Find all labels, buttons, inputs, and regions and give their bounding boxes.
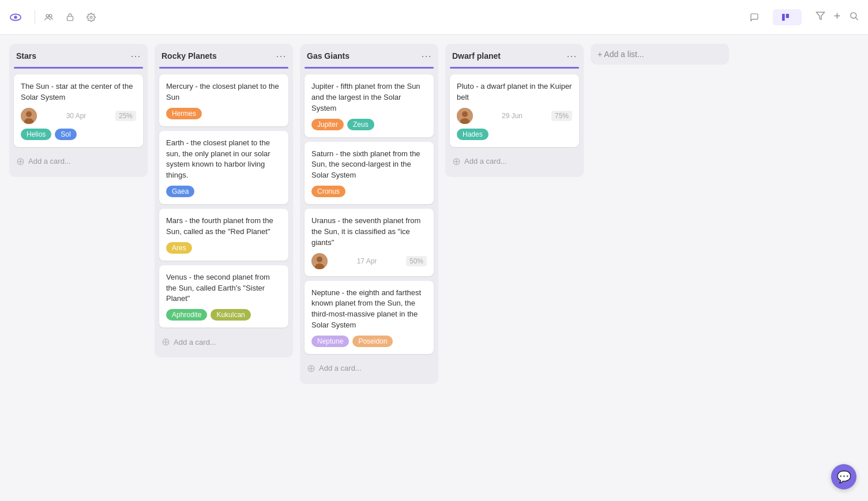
settings-info[interactable] <box>87 13 96 22</box>
chat-icon <box>750 13 759 22</box>
avatar <box>311 253 328 269</box>
card-text-pluto: Pluto - a dwarf planet in the Kuiper bel… <box>457 81 572 103</box>
card-date-uranus: 17 Apr <box>332 257 401 265</box>
add-card-icon: ⊕ <box>161 336 170 348</box>
tag-helios[interactable]: Helios <box>21 129 51 140</box>
card-footer-pluto: 29 Jun75% <box>457 108 572 124</box>
add-card-label: Add a card... <box>319 364 362 372</box>
add-card-icon: ⊕ <box>307 362 315 375</box>
add-card-btn-gas-giants[interactable]: ⊕Add a card... <box>305 359 434 378</box>
card-tags-venus: AphroditeKukulcan <box>166 309 281 321</box>
column-menu-gas-giants[interactable]: ⋯ <box>421 51 431 61</box>
app-logo-icon <box>9 11 22 24</box>
chat-widget[interactable]: 💬 <box>831 464 856 489</box>
tag-aphrodite[interactable]: Aphrodite <box>166 309 207 321</box>
column-header-gas-giants: Gas Giants⋯ <box>305 50 434 62</box>
app-title[interactable] <box>9 11 25 24</box>
card-text-sun: The Sun - star at the center of the Sola… <box>21 81 136 103</box>
members-info[interactable] <box>44 13 57 22</box>
add-icon[interactable] <box>832 11 842 23</box>
column-title-dwarf-planet: Dwarf planet <box>452 51 501 61</box>
card-tags-jupiter: JupiterZeus <box>311 119 427 130</box>
svg-point-5 <box>90 16 92 18</box>
tag-kukulcan[interactable]: Kukulcan <box>211 309 250 321</box>
column-menu-rocky-planets[interactable]: ⋯ <box>276 51 286 61</box>
add-card-icon: ⊕ <box>16 155 25 168</box>
tag-hades[interactable]: Hades <box>457 129 489 140</box>
column-stars: Stars⋯The Sun - star at the center of th… <box>9 44 148 177</box>
column-header-dwarf-planet: Dwarf planet⋯ <box>450 50 579 62</box>
card-pluto[interactable]: Pluto - a dwarf planet in the Kuiper bel… <box>450 74 579 147</box>
avatar-face <box>311 253 328 269</box>
tag-jupiter[interactable]: Jupiter <box>311 119 344 130</box>
column-bar-stars <box>14 67 143 69</box>
filter-icon[interactable] <box>816 11 825 23</box>
svg-point-17 <box>317 257 322 262</box>
avatar <box>21 108 37 124</box>
column-bar-dwarf-planet <box>450 67 579 69</box>
card-saturn[interactable]: Saturn - the sixth planet from the Sun, … <box>305 142 434 205</box>
column-bar-gas-giants <box>305 67 434 69</box>
tag-cronus[interactable]: Cronus <box>311 186 345 197</box>
column-menu-dwarf-planet[interactable]: ⋯ <box>566 51 577 61</box>
add-list-label: + Add a list... <box>598 50 644 59</box>
card-progress-pluto: 75% <box>551 111 572 121</box>
svg-line-12 <box>856 18 858 20</box>
svg-rect-7 <box>786 14 789 18</box>
members-icon <box>44 13 54 22</box>
column-bar-rocky-planets <box>159 67 288 69</box>
card-progress-uranus: 50% <box>406 256 427 266</box>
svg-rect-6 <box>782 14 785 21</box>
tag-zeus[interactable]: Zeus <box>347 119 374 130</box>
column-dwarf-planet: Dwarf planet⋯Pluto - a dwarf planet in t… <box>445 44 584 177</box>
svg-point-14 <box>26 111 32 117</box>
card-footer-sun: 30 Apr25% <box>21 108 136 124</box>
column-menu-stars[interactable]: ⋯ <box>130 51 141 61</box>
tag-poseidon[interactable]: Poseidon <box>352 336 393 347</box>
lock-icon <box>66 13 74 21</box>
svg-point-2 <box>46 14 49 17</box>
add-card-btn-dwarf-planet[interactable]: ⊕Add a card... <box>450 152 579 171</box>
card-mars[interactable]: Mars - the fourth planet from the Sun, c… <box>159 209 288 261</box>
svg-marker-8 <box>816 12 824 20</box>
tag-sol[interactable]: Sol <box>55 129 76 140</box>
card-earth[interactable]: Earth - the closest planet to the sun, t… <box>159 131 288 204</box>
card-footer-uranus: 17 Apr50% <box>311 253 427 269</box>
header-meta <box>44 13 96 22</box>
card-tags-earth: Gaea <box>166 186 281 197</box>
card-neptune[interactable]: Neptune - the eighth and farthest known … <box>305 281 434 354</box>
card-venus[interactable]: Venus - the second planet from the Sun, … <box>159 265 288 328</box>
svg-point-3 <box>49 14 52 17</box>
card-uranus[interactable]: Uranus - the seventh planet from the Sun… <box>305 209 434 276</box>
svg-point-20 <box>462 111 468 117</box>
tab-chat[interactable] <box>742 9 771 25</box>
card-tags-neptune: NeptunePoseidon <box>311 336 427 347</box>
svg-point-1 <box>14 16 17 19</box>
privacy-info[interactable] <box>66 13 77 21</box>
add-card-btn-rocky-planets[interactable]: ⊕Add a card... <box>159 332 288 352</box>
tag-ares[interactable]: Ares <box>166 242 192 254</box>
tag-gaea[interactable]: Gaea <box>166 186 194 197</box>
add-card-icon: ⊕ <box>452 155 461 168</box>
card-text-mercury: Mercury - the closest planet to the Sun <box>166 81 281 103</box>
column-title-rocky-planets: Rocky Planets <box>161 51 217 61</box>
tag-hermes[interactable]: Hermes <box>166 108 202 119</box>
avatar-face <box>457 108 473 124</box>
add-card-btn-stars[interactable]: ⊕Add a card... <box>14 152 143 171</box>
card-text-venus: Venus - the second planet from the Sun, … <box>166 272 281 305</box>
add-list-button[interactable]: + Add a list... <box>591 44 729 65</box>
add-card-label: Add a card... <box>28 157 71 165</box>
column-gas-giants: Gas Giants⋯Jupiter - fifth planet from t… <box>300 44 438 384</box>
card-mercury[interactable]: Mercury - the closest planet to the SunH… <box>159 74 288 126</box>
card-text-uranus: Uranus - the seventh planet from the Sun… <box>311 216 427 248</box>
board: Stars⋯The Sun - star at the center of th… <box>0 35 868 501</box>
card-sun[interactable]: The Sun - star at the center of the Sola… <box>14 74 143 147</box>
tab-board[interactable] <box>773 9 802 25</box>
header <box>0 0 868 35</box>
search-icon[interactable] <box>849 11 859 23</box>
svg-rect-4 <box>67 16 73 21</box>
tag-neptune[interactable]: Neptune <box>311 336 349 347</box>
board-icon <box>781 13 790 22</box>
card-text-neptune: Neptune - the eighth and farthest known … <box>311 288 427 331</box>
card-jupiter[interactable]: Jupiter - fifth planet from the Sun and … <box>305 74 434 137</box>
